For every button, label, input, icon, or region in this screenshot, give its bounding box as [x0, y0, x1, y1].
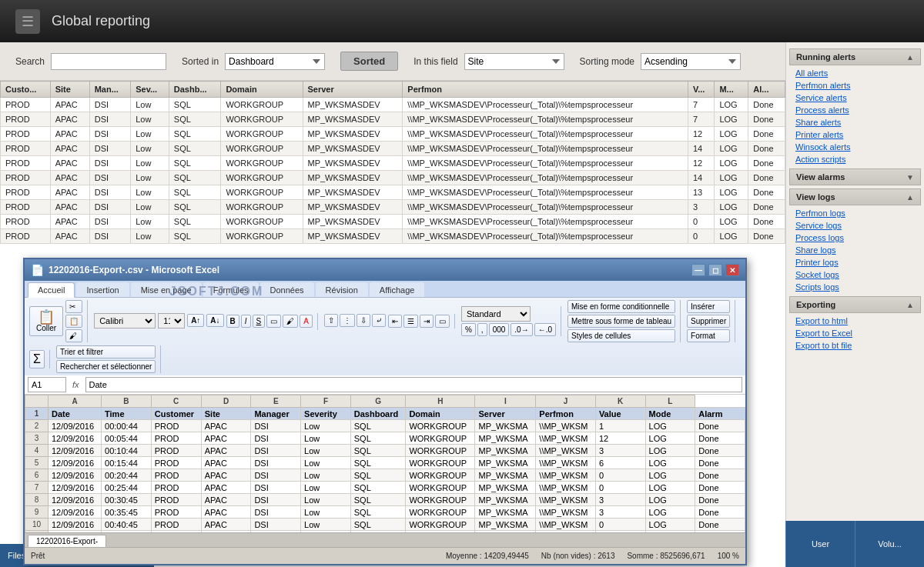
excel-cell[interactable]: SQL	[350, 432, 406, 445]
excel-cell[interactable]: APAC	[201, 482, 251, 494]
delete-button[interactable]: Supprimer	[687, 315, 730, 328]
excel-cell[interactable]: Low	[301, 469, 351, 482]
sidebar-item-export-to-excel[interactable]: Export to Excel	[786, 327, 924, 339]
table-format-button[interactable]: Mettre sous forme de tableau	[567, 315, 675, 328]
underline-button[interactable]: S	[253, 315, 266, 328]
excel-cell[interactable]: \\MP_WKSM	[536, 506, 596, 519]
excel-col-B[interactable]: B	[102, 395, 152, 408]
excel-cell[interactable]: Done	[695, 420, 745, 432]
excel-cell[interactable]: WORKGROUP	[406, 420, 475, 432]
excel-col-L[interactable]: L	[645, 395, 695, 408]
cell-ref-input[interactable]	[28, 377, 66, 392]
excel-cell[interactable]: \\MP_WKSM	[536, 432, 596, 445]
excel-cell[interactable]: PROD	[151, 457, 201, 469]
excel-cell[interactable]: SQL	[350, 494, 406, 506]
conditional-format-button[interactable]: Mise en forme conditionnelle	[567, 300, 675, 313]
excel-cell[interactable]: 3	[595, 506, 645, 519]
sidebar-item-socket-logs[interactable]: Socket logs	[786, 268, 924, 281]
excel-cell[interactable]: \\MP_WKSM	[536, 420, 596, 432]
font-selector[interactable]: Calibri	[94, 313, 156, 329]
excel-cell[interactable]: 12/09/2016	[49, 432, 102, 445]
excel-col-G[interactable]: G	[350, 395, 406, 408]
excel-cell[interactable]: WORKGROUP	[406, 469, 475, 482]
excel-cell[interactable]: Low	[301, 494, 351, 506]
font-grow-button[interactable]: A↑	[187, 314, 204, 327]
number-format-select[interactable]: Standard	[461, 306, 531, 322]
sidebar-item-share-alerts[interactable]: Share alerts	[786, 116, 924, 128]
excel-col-F[interactable]: F	[301, 395, 351, 408]
sidebar-item-service-logs[interactable]: Service logs	[786, 219, 924, 232]
excel-tab-révision[interactable]: Révision	[316, 282, 368, 297]
excel-cell[interactable]: SQL	[350, 469, 406, 482]
excel-cell[interactable]: MP_WKSMA	[475, 457, 536, 469]
excel-cell[interactable]: MP_WKSMA	[475, 494, 536, 506]
excel-cell[interactable]: PROD	[151, 482, 201, 494]
sidebar-item-process-alerts[interactable]: Process alerts	[786, 104, 924, 116]
sidebar-item-action-scripts[interactable]: Action scripts	[786, 153, 924, 165]
sidebar-item-export-to-bt-file[interactable]: Export to bt file	[786, 339, 924, 352]
excel-cell[interactable]: 12/09/2016	[49, 506, 102, 519]
excel-cell[interactable]: \\MP_WKSM	[536, 494, 596, 506]
excel-col-H[interactable]: H	[406, 395, 475, 408]
fill-color-button[interactable]: 🖌	[283, 315, 298, 328]
excel-cell[interactable]: 3	[595, 494, 645, 506]
excel-cell[interactable]: WORKGROUP	[406, 432, 475, 445]
excel-cell[interactable]: LOG	[645, 506, 695, 519]
excel-cell[interactable]: SQL	[350, 506, 406, 519]
sidebar-item-printer-logs[interactable]: Printer logs	[786, 256, 924, 268]
italic-button[interactable]: I	[241, 315, 251, 328]
align-center-button[interactable]: ☰	[403, 315, 418, 328]
excel-cell[interactable]: LOG	[645, 457, 695, 469]
view-logs-header[interactable]: View logs ▲	[789, 188, 921, 205]
excel-cell[interactable]: LOG	[645, 432, 695, 445]
sidebar-item-process-logs[interactable]: Process logs	[786, 232, 924, 244]
cut-button[interactable]: ✂	[65, 300, 82, 313]
excel-cell[interactable]: PROD	[151, 432, 201, 445]
excel-cell[interactable]: Low	[301, 482, 351, 494]
excel-cell[interactable]: \\MP_WKSM	[536, 445, 596, 457]
excel-cell[interactable]: PROD	[151, 506, 201, 519]
excel-cell[interactable]: WORKGROUP	[406, 506, 475, 519]
excel-cell[interactable]: SQL	[350, 457, 406, 469]
excel-cell[interactable]: APAC	[201, 457, 251, 469]
excel-col-J[interactable]: J	[536, 395, 596, 408]
excel-col-C[interactable]: C	[151, 395, 201, 408]
excel-cell[interactable]: 12/09/2016	[49, 482, 102, 494]
excel-cell[interactable]: APAC	[201, 445, 251, 457]
excel-cell[interactable]: Done	[695, 469, 745, 482]
excel-cell[interactable]: PROD	[151, 469, 201, 482]
align-middle-button[interactable]: ⋮	[340, 314, 355, 327]
excel-cell[interactable]: Low	[301, 420, 351, 432]
excel-cell[interactable]: WORKGROUP	[406, 519, 475, 531]
sidebar-item-scripts-logs[interactable]: Scripts logs	[786, 281, 924, 293]
excel-tab-données[interactable]: Données	[260, 282, 314, 297]
excel-cell[interactable]: MP_WKSMA	[475, 445, 536, 457]
excel-cell[interactable]: LOG	[645, 420, 695, 432]
excel-cell[interactable]: DSI	[251, 445, 301, 457]
search-select-button[interactable]: Rechercher et sélectionner	[56, 360, 156, 373]
cell-styles-button[interactable]: Styles de cellules	[567, 329, 675, 342]
excel-cell[interactable]: 00:05:44	[102, 432, 152, 445]
excel-cell[interactable]: Done	[695, 519, 745, 531]
sort-filter-button[interactable]: Trier et filtrer	[56, 345, 156, 359]
excel-cell[interactable]: Done	[695, 457, 745, 469]
excel-cell[interactable]: 12/09/2016	[49, 519, 102, 531]
excel-cell[interactable]: DSI	[251, 506, 301, 519]
excel-cell[interactable]: DSI	[251, 482, 301, 494]
excel-cell[interactable]: WORKGROUP	[406, 494, 475, 506]
align-left-button[interactable]: ⇤	[388, 315, 402, 328]
font-shrink-button[interactable]: A↓	[206, 314, 223, 327]
excel-cell[interactable]: 12/09/2016	[49, 420, 102, 432]
excel-cell[interactable]: Low	[301, 445, 351, 457]
increase-decimal-button[interactable]: .0→	[511, 323, 532, 336]
sidebar-item-perfmon-alerts[interactable]: Perfmon alerts	[786, 79, 924, 92]
sidebar-item-all-alerts[interactable]: All alerts	[786, 67, 924, 79]
excel-cell[interactable]: \\MP_WKSM	[536, 519, 596, 531]
excel-cell[interactable]: SQL	[350, 445, 406, 457]
font-color-button[interactable]: A	[300, 315, 313, 328]
paste-button[interactable]: 📋 Coller	[29, 306, 63, 336]
excel-cell[interactable]: Done	[695, 482, 745, 494]
merge-cells-button[interactable]: ▭	[435, 315, 450, 328]
excel-cell[interactable]: DSI	[251, 432, 301, 445]
excel-cell[interactable]: 1	[595, 420, 645, 432]
